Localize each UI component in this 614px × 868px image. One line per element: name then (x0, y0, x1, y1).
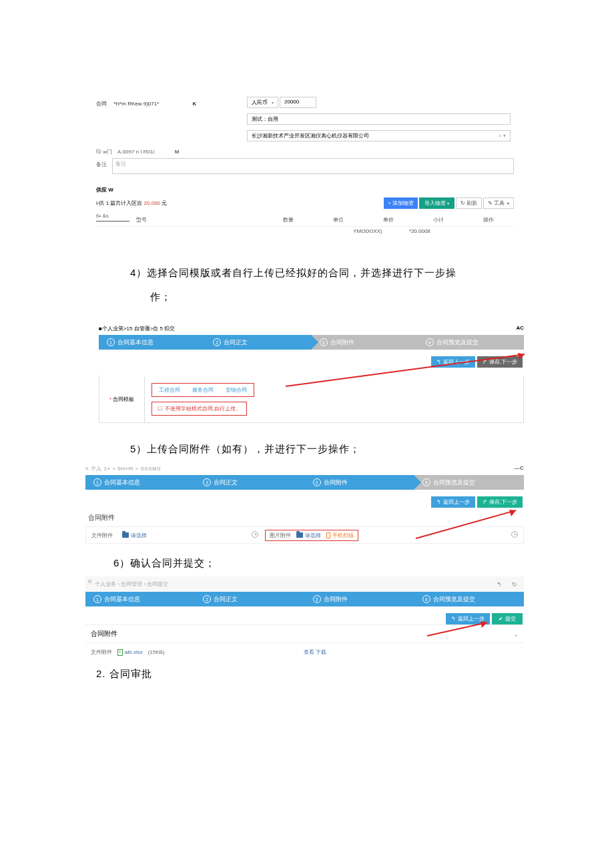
prev-step-button[interactable]: ↰返回上一步 (431, 496, 475, 508)
file-icon (117, 649, 123, 656)
step1-text: 合同基本信息 (117, 338, 154, 347)
test-input[interactable]: 测试：自用 (247, 113, 511, 125)
supply-summary-row: I·供 1 篇共计入区百 20,000 元 +添加物资 导入物资▾ ↻刷新 ✎工… (96, 197, 514, 209)
refresh-button[interactable]: ↻刷新 (456, 197, 482, 209)
currency-select[interactable]: 人民币 ▾ (247, 97, 278, 108)
step1-text: 合同基本信息 (104, 595, 140, 604)
wizard-step-4[interactable]: 4合同预览及提交 (418, 335, 524, 350)
img-select-button[interactable]: 请选择 (296, 532, 321, 539)
attachment-row-5: 文件附件 请选择 图片附件 请选择 手机扫描 (85, 526, 524, 544)
phone-icon (326, 532, 330, 538)
wizard-step-1[interactable]: 1合同基本信息 (85, 475, 195, 490)
next-step-button[interactable]: ↱保存,下一步 (477, 496, 523, 508)
wizard-step-3[interactable]: 3合同附件 (305, 592, 414, 606)
phone-scan-button[interactable]: 手机扫描 (326, 532, 354, 539)
clear-caret-icon[interactable]: × ▾ (499, 133, 506, 139)
opt-engineering[interactable]: 工程合同 (159, 386, 180, 394)
step4-line2: 作； (150, 285, 527, 309)
step5-text: 5）上传合同附件（如有），并进行下一步操作； (0, 423, 614, 462)
required-star-icon: * (109, 396, 111, 402)
opt-goods[interactable]: 货物合同 (226, 386, 247, 394)
remark-row: 备注 备注 (96, 159, 514, 174)
import-material-button[interactable]: 导入物资▾ (419, 197, 454, 209)
step2-text: 合同正文 (214, 595, 238, 604)
step-num-icon: 2 (203, 478, 211, 486)
file-select-button[interactable]: 请选择 (122, 532, 147, 539)
tool-button[interactable]: ✎工具▾ (483, 197, 514, 209)
screenshot-4: ■个人业第>15 自管覆>合 5 拟交 AC 1合同基本信息 2合同正文 3合同… (99, 322, 524, 423)
wizard-step-2[interactable]: 2合同正文 (205, 335, 311, 350)
col-price: 单价 (363, 216, 413, 224)
next-step-button[interactable]: ↱保存,下一步 (477, 356, 523, 368)
step-num-icon: 1 (107, 338, 115, 346)
k-marker: K (193, 101, 197, 107)
step3-text: 合同附件 (324, 595, 348, 604)
contract-value: *H*m RKew 9)071* (113, 101, 159, 107)
crumb5-text: ≡ 个人 1» > 6H«ffi > SSSMS (85, 465, 161, 472)
step4-text: 合同预览及提交 (433, 595, 475, 604)
sub-row: YMODOXX) *20.0008 (96, 228, 514, 234)
file-sel-text: 请选择 (131, 532, 147, 539)
next-text: 保存,下一步 (489, 498, 517, 506)
back-arrow-icon: ↰ (451, 616, 456, 622)
wizard-step-4[interactable]: 4合同预览及提交 (414, 592, 524, 606)
submit-button[interactable]: ✔提交 (492, 613, 523, 624)
file-link[interactable]: alb.xlsx (117, 649, 143, 656)
phone-text: 手机扫描 (332, 532, 354, 539)
company-select[interactable]: 长沙湘新技术产业开发区湘仪离心机仪器有限公司 × ▾ (247, 130, 511, 141)
contract-label: 合同 (96, 100, 107, 107)
right-form-column: 人民币 ▾ 20000 测试：自用 长沙湘新技术产业开发区湘仪离心机仪器有限公司… (0, 97, 614, 141)
top-form-area: 合同 *H*m RKew 9)071* K (0, 0, 614, 107)
next-text: 保存,下一步 (489, 358, 517, 366)
check-icon: ✔ (499, 616, 503, 622)
step-num-icon: 2 (213, 338, 221, 346)
wizard-steps-4: 1合同基本信息 2合同正文 3合同附件 4合同预览及提交 (99, 335, 524, 350)
wizard-step-1[interactable]: 1合同基本信息 (85, 592, 195, 606)
sum-suf: 元 (160, 200, 167, 206)
col-blank (96, 216, 136, 224)
plus-icon: + (388, 200, 391, 206)
step-num-icon: 3 (313, 478, 321, 486)
breadcrumb-6: 个人业务 › 合同管理 › 合同提交 ↰ ↻ (85, 576, 524, 592)
step6-text: 6）确认合同并提交； (0, 544, 614, 576)
step2-text: 合同正文 (214, 478, 238, 487)
wizard-steps-6: 1合同基本信息 2合同正文 3合同附件 4合同预览及提交 (85, 592, 524, 606)
step-num-icon: 1 (93, 595, 101, 603)
img-attach-label: 图片附件 (270, 532, 291, 539)
wizard-step-2[interactable]: 2合同正文 (195, 592, 304, 606)
no-template-box[interactable]: ☐不使用学校模式合同,自行上传。 (151, 402, 247, 416)
folder-icon (296, 532, 303, 538)
supply-title: 供应 W (96, 186, 514, 193)
download-link[interactable]: 查看 下载 (304, 648, 326, 656)
wizard-step-2[interactable]: 2合同正文 (195, 475, 304, 490)
col-action: 操作 (464, 216, 514, 224)
col-model: 型号 (136, 216, 263, 224)
step3-text: 合同附件 (324, 478, 348, 487)
prev-step-button[interactable]: ↰返回上一步 (431, 356, 475, 368)
crumb4-text: ■个人业第>15 自管覆>合 5 拟交 (99, 326, 175, 332)
step1-text: 合同基本信息 (104, 478, 140, 487)
remark-textarea[interactable]: 备注 (112, 158, 514, 174)
wizard-step-4[interactable]: 4合同预览及提交 (414, 475, 524, 490)
attach-title-5: 合同附件 (85, 508, 524, 526)
r2-lbl: 印 w门 (96, 148, 112, 155)
template-label: *合同模板 (99, 376, 145, 422)
sub2: *20.0008 (409, 228, 430, 234)
step-num-icon: 1 (93, 478, 101, 486)
prev-step-button[interactable]: ↰返回上一步 (446, 613, 490, 624)
sum-amount: 20,000 (144, 200, 160, 206)
opt-service[interactable]: 服务合同 (192, 386, 214, 394)
wizard-step-3[interactable]: 3合同附件 (312, 335, 418, 350)
chevron-down-icon: ⌄ (513, 630, 519, 638)
amount-input[interactable]: 20000 (280, 97, 316, 108)
submit-text: 提交 (505, 615, 516, 622)
attach-title-6-row[interactable]: 合同附件 ⌄ (85, 624, 524, 643)
breadcrumb-4: ■个人业第>15 自管覆>合 5 拟交 AC (99, 322, 524, 335)
file-attach-label: 文件附件 (91, 532, 118, 539)
wizard-step-1[interactable]: 1合同基本信息 (99, 335, 205, 350)
step3-text: 合同附件 (330, 338, 354, 347)
btn-tool-text: 工具 (494, 199, 505, 207)
step-num-icon: 3 (313, 595, 321, 603)
add-material-button[interactable]: +添加物资 (384, 197, 418, 209)
wizard-step-3[interactable]: 3合同附件 (305, 475, 414, 490)
